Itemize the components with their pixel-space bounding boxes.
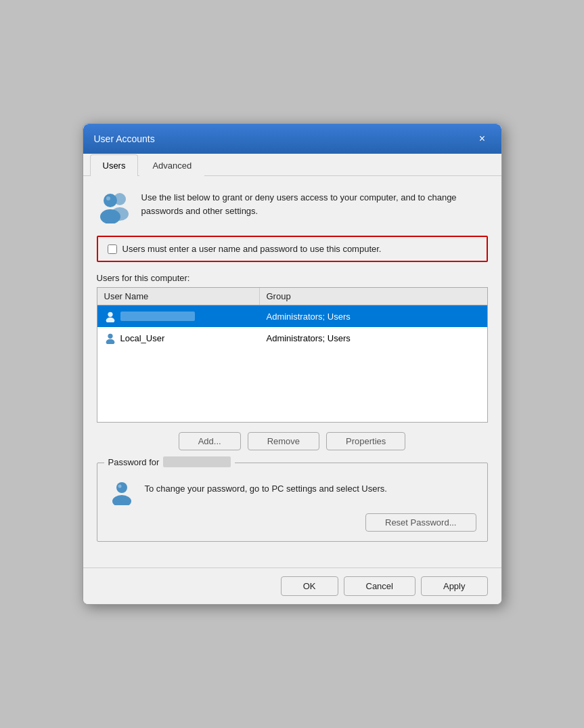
table-row[interactable]: Local_User Administrators; Users (97, 327, 487, 349)
footer-buttons: OK Cancel Apply (83, 568, 501, 604)
svg-point-9 (116, 482, 127, 493)
dialog-title: User Accounts (94, 133, 155, 144)
svg-point-3 (100, 209, 120, 223)
ok-button[interactable]: OK (281, 576, 338, 596)
password-user-icon (108, 478, 135, 505)
main-content: Use the list below to grant or deny user… (83, 176, 501, 568)
users-icon (97, 188, 132, 223)
user-cell-1 (97, 307, 260, 325)
col-group: Group (260, 288, 487, 305)
reset-password-button[interactable]: Reset Password... (365, 513, 476, 532)
require-password-checkbox[interactable] (108, 244, 117, 254)
user-accounts-dialog: User Accounts × Users Advanced Use the l… (83, 123, 502, 605)
svg-point-6 (106, 318, 114, 322)
svg-point-7 (108, 334, 112, 339)
checkbox-label[interactable]: Users must enter a user name and passwor… (122, 244, 382, 254)
password-text: To change your password, go to PC settin… (145, 478, 387, 496)
remove-button[interactable]: Remove (248, 432, 319, 450)
users-section-label: Users for this computer: (97, 273, 488, 283)
col-username: User Name (97, 288, 260, 305)
svg-point-5 (108, 312, 112, 317)
add-button[interactable]: Add... (179, 432, 241, 450)
svg-point-11 (118, 485, 121, 488)
description-row: Use the list below to grant or deny user… (97, 188, 488, 223)
close-button[interactable]: × (474, 131, 491, 147)
title-bar: User Accounts × (83, 124, 501, 154)
table-header: User Name Group (97, 288, 487, 305)
action-buttons-row: Add... Remove Properties (97, 432, 488, 450)
properties-button[interactable]: Properties (326, 432, 405, 450)
apply-button[interactable]: Apply (421, 576, 488, 596)
table-row[interactable]: Administrators; Users (97, 305, 487, 327)
description-text: Use the list below to grant or deny user… (141, 188, 488, 217)
svg-point-8 (106, 339, 114, 344)
svg-point-2 (104, 194, 117, 207)
user-icon (104, 310, 116, 322)
table-body: Administrators; Users Local_User Adminis… (97, 305, 487, 414)
cancel-button[interactable]: Cancel (344, 576, 415, 596)
password-legend-username (163, 456, 231, 467)
password-legend: Password for (104, 456, 235, 467)
password-inner: To change your password, go to PC settin… (108, 478, 476, 505)
tab-bar: Users Advanced (83, 154, 501, 176)
user-table: User Name Group Administrators; Users (97, 287, 488, 423)
checkbox-row: Users must enter a user name and passwor… (97, 236, 488, 262)
password-legend-prefix: Password for (108, 457, 160, 467)
svg-point-10 (112, 495, 131, 505)
user-icon (104, 332, 116, 344)
group-cell-2: Administrators; Users (260, 330, 487, 346)
reset-password-row: Reset Password... (108, 513, 476, 532)
username-2: Local_User (120, 333, 165, 343)
group-cell-1: Administrators; Users (260, 309, 487, 324)
tab-users[interactable]: Users (90, 154, 139, 176)
tab-advanced[interactable]: Advanced (139, 154, 204, 176)
svg-point-4 (106, 196, 110, 200)
password-section: Password for To change your password, go… (97, 463, 488, 542)
user-cell-2: Local_User (97, 329, 260, 347)
redacted-username (120, 312, 195, 321)
